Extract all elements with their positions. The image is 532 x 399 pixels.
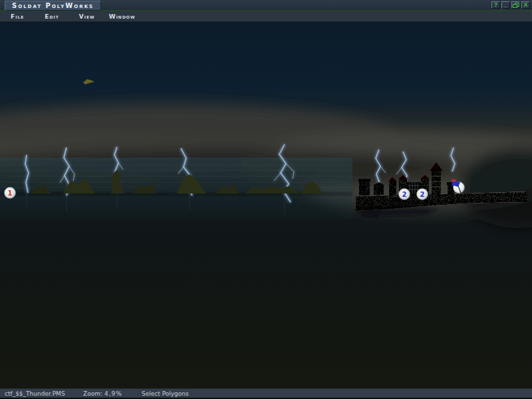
svg-text:2: 2 bbox=[420, 191, 425, 198]
help-button[interactable]: ? bbox=[491, 1, 500, 9]
spawn-marker[interactable]: 2 bbox=[399, 189, 410, 200]
window-controls: ? _ X bbox=[491, 1, 530, 9]
app-window: Soldat PolyWorks ? _ X File Edit View Wi… bbox=[0, 0, 532, 399]
menu-window[interactable]: Window bbox=[109, 13, 136, 20]
status-zoom-value: 4,9% bbox=[104, 390, 122, 397]
status-tool-mode: Select Polygons bbox=[142, 390, 189, 397]
minimize-button[interactable]: _ bbox=[501, 1, 510, 9]
menu-bar: File Edit View Window bbox=[0, 11, 532, 22]
window-title: Soldat PolyWorks bbox=[5, 1, 101, 11]
water-region bbox=[0, 158, 352, 219]
menu-file[interactable]: File bbox=[11, 13, 24, 20]
title-bar: Soldat PolyWorks ? _ X bbox=[0, 0, 532, 11]
close-icon: X bbox=[523, 2, 527, 8]
svg-text:2: 2 bbox=[402, 191, 407, 198]
map-editor-viewport[interactable]: 122 bbox=[0, 22, 532, 388]
status-zoom-label: Zoom: bbox=[83, 390, 102, 397]
help-icon: ? bbox=[494, 2, 498, 8]
spawn-marker[interactable]: 1 bbox=[5, 188, 16, 199]
status-bar: ctf_$$_Thunder.PMS Zoom: 4,9% Select Pol… bbox=[0, 388, 532, 398]
menu-edit[interactable]: Edit bbox=[45, 13, 59, 20]
restore-icon bbox=[513, 3, 518, 7]
close-button[interactable]: X bbox=[521, 1, 530, 9]
status-filename: ctf_$$_Thunder.PMS bbox=[5, 390, 65, 397]
menu-view[interactable]: View bbox=[79, 13, 95, 20]
spawn-marker[interactable]: 2 bbox=[417, 189, 428, 200]
bird-icon bbox=[83, 79, 94, 84]
restore-button[interactable] bbox=[511, 1, 520, 9]
bird-sprite bbox=[83, 79, 94, 84]
svg-text:1: 1 bbox=[8, 190, 13, 197]
minimize-icon: _ bbox=[504, 2, 507, 8]
